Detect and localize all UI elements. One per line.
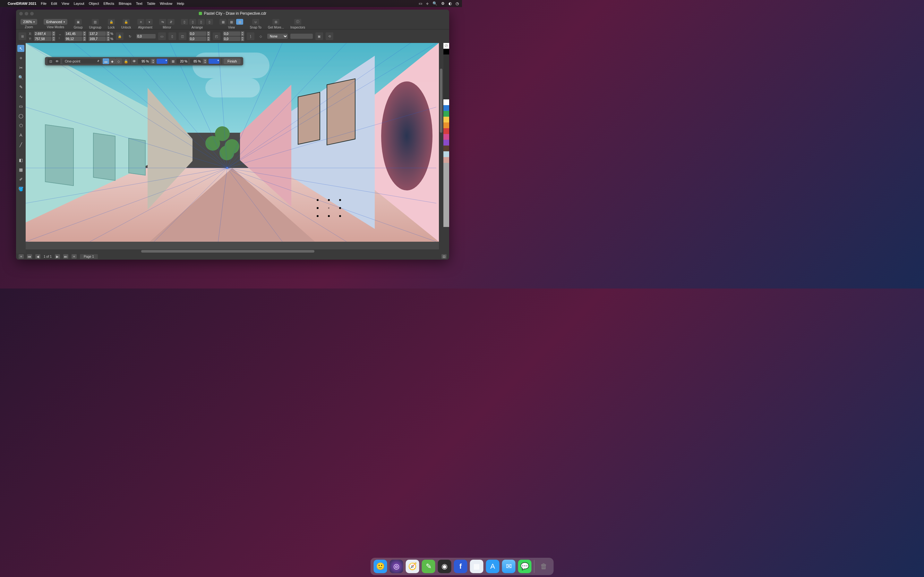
siri-icon[interactable]: ◐ — [449, 1, 452, 6]
mirror-h-icon[interactable]: ⇋ — [159, 19, 166, 25]
persp-toggle-1[interactable]: ⊡ — [47, 58, 54, 64]
line-tool[interactable]: ╱ — [17, 141, 24, 148]
next-page-button[interactable]: ▶ — [55, 254, 60, 259]
menu-view[interactable]: View — [61, 2, 69, 5]
opacity-1-input[interactable] — [138, 59, 150, 64]
text-tool[interactable]: A — [17, 131, 24, 139]
menu-table[interactable]: Table — [147, 2, 155, 5]
plane-top[interactable]: ◆ — [109, 58, 115, 64]
zoom-tool[interactable]: 🔍 — [17, 74, 24, 81]
swatch[interactable] — [443, 55, 449, 99]
shadow-tool[interactable]: ◧ — [17, 156, 24, 163]
canvas-area[interactable]: × — [26, 43, 439, 253]
selection-handles[interactable]: × — [318, 200, 340, 216]
corner-x-input[interactable] — [223, 31, 240, 36]
width-input[interactable] — [65, 31, 82, 36]
plane-front[interactable]: ▬ — [103, 58, 109, 64]
battery-icon[interactable]: ▭ — [419, 1, 422, 6]
sx-spinner[interactable]: ▴▾ — [107, 31, 110, 36]
outline-width-select[interactable] — [290, 34, 313, 39]
swatch-orange[interactable] — [443, 122, 449, 128]
minimize-button[interactable] — [25, 12, 28, 15]
swatch-green[interactable] — [443, 111, 449, 117]
polygon-tool[interactable]: ⬠ — [17, 122, 24, 129]
menu-file[interactable]: File — [41, 2, 47, 5]
swatch-none[interactable]: ⊘ — [443, 43, 449, 49]
convert-icon[interactable]: ⟲ — [326, 32, 333, 40]
fill-tool[interactable]: 🪣 — [17, 185, 24, 192]
shape-tool[interactable]: ⟡ — [17, 55, 24, 61]
menu-object[interactable]: Object — [89, 2, 99, 5]
arrange-icon-4[interactable]: ▯ — [206, 19, 213, 25]
rectangle-tool[interactable]: ▭ — [17, 103, 24, 110]
align-drop-icon[interactable]: ▾ — [145, 19, 153, 25]
getmore-icon[interactable]: ⊞ — [272, 19, 279, 25]
skew-y-input[interactable] — [189, 37, 206, 41]
vertical-scrollbar[interactable] — [439, 43, 443, 253]
view-icon-2[interactable]: ▦ — [228, 19, 235, 25]
eye-icon[interactable]: 👁 — [132, 59, 136, 63]
spotlight-icon[interactable]: 🔍 — [433, 1, 437, 6]
arrange-icon-3[interactable]: ▯ — [198, 19, 205, 25]
origin-icon[interactable]: ⊞ — [19, 32, 26, 40]
corner-icon[interactable]: ◰ — [213, 32, 220, 40]
color-1-dropdown[interactable] — [157, 59, 168, 64]
clock-icon[interactable]: ◷ — [456, 1, 459, 6]
opacity-3-input[interactable] — [190, 59, 202, 64]
view-icon-3[interactable]: ▦ — [236, 19, 243, 25]
menu-window[interactable]: Window — [160, 2, 172, 5]
y-spinner[interactable]: ▴▾ — [52, 37, 55, 41]
arrange-icon-1[interactable]: ▯ — [181, 19, 188, 25]
op3-spinner[interactable]: ▴▾ — [204, 59, 207, 63]
plane-side[interactable]: ◇ — [115, 58, 122, 64]
op1-spinner[interactable]: ▴▾ — [152, 59, 155, 63]
curve-icon[interactable]: ⟆ — [247, 32, 254, 40]
height-input[interactable] — [65, 37, 82, 41]
transparency-tool[interactable]: ▦ — [17, 166, 24, 173]
arrange-icon-2[interactable]: ▯ — [189, 19, 196, 25]
w-spinner[interactable]: ▴▾ — [83, 31, 86, 36]
opacity-2-input[interactable] — [176, 59, 188, 64]
wifi-icon[interactable]: ⟡ — [426, 1, 429, 6]
perspective-type-dropdown[interactable]: One-point — [62, 59, 101, 64]
maximize-button[interactable] — [30, 12, 34, 15]
x-input[interactable] — [34, 31, 51, 36]
x-spinner[interactable]: ▴▾ — [52, 31, 55, 36]
close-button[interactable] — [19, 12, 23, 15]
swatch-gray[interactable] — [443, 163, 449, 227]
curve-tool[interactable]: ∿ — [17, 93, 24, 100]
wrap-icon[interactable]: ▣ — [315, 32, 323, 40]
crop-tool[interactable]: ✂ — [17, 64, 24, 71]
ellipse-tool[interactable]: ◯ — [17, 112, 24, 119]
unlock-icon[interactable]: 🔓 — [123, 19, 129, 25]
first-page-button[interactable]: ⏮ — [27, 254, 32, 259]
swatch-pink[interactable] — [443, 157, 449, 163]
menu-bitmaps[interactable]: Bitmaps — [119, 2, 132, 5]
swatch-white[interactable] — [443, 99, 449, 105]
snap-icon[interactable]: ∪ — [252, 19, 259, 25]
menu-text[interactable]: Text — [136, 2, 142, 5]
lock-icon[interactable]: 🔒 — [108, 19, 115, 25]
menu-help[interactable]: Help — [177, 2, 184, 5]
prev-page-button[interactable]: ◀ — [35, 254, 40, 259]
eyedropper-tool[interactable]: ✐ — [17, 176, 24, 183]
persp-toggle-eye[interactable]: 👁 — [54, 58, 60, 64]
menu-effects[interactable]: Effects — [103, 2, 114, 5]
menu-edit[interactable]: Edit — [51, 2, 57, 5]
scale-y-input[interactable] — [89, 37, 106, 41]
page-tab[interactable]: Page 1 — [80, 254, 98, 259]
freehand-tool[interactable]: ✎ — [17, 83, 24, 90]
zoom-dropdown[interactable]: 236% — [21, 19, 37, 25]
skew-x-input[interactable] — [189, 31, 206, 36]
sy-spinner[interactable]: ▴▾ — [107, 37, 110, 41]
swatch-red[interactable] — [443, 128, 449, 134]
corner-y-input[interactable] — [223, 37, 240, 41]
swatch-blue[interactable] — [443, 105, 449, 111]
grid-icon[interactable]: ⊞ — [172, 59, 174, 63]
lock-ratio-icon[interactable]: 🔒 — [116, 32, 124, 40]
view-icon-1[interactable]: ▦ — [220, 19, 226, 25]
app-name[interactable]: CorelDRAW 2021 — [8, 2, 36, 5]
add-page-after-button[interactable]: + — [71, 254, 77, 259]
finish-button[interactable]: Finish — [224, 58, 241, 64]
flip-icon-3[interactable]: ◫ — [179, 32, 186, 40]
